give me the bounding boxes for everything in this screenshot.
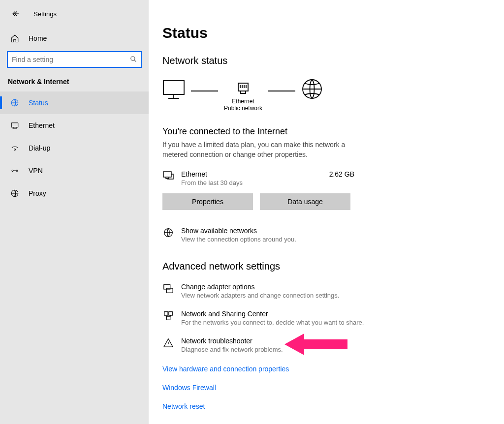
adv-item-sub: For the networks you connect to, decide … xyxy=(181,319,364,326)
svg-rect-14 xyxy=(164,312,168,315)
show-networks-title: Show available networks xyxy=(181,227,296,235)
search-input[interactable] xyxy=(7,51,142,68)
titlebar: Settings xyxy=(0,8,149,29)
svg-rect-16 xyxy=(166,316,170,320)
nav-home-label: Home xyxy=(29,34,47,42)
svg-point-0 xyxy=(131,56,135,60)
globe-icon xyxy=(162,227,174,239)
show-networks-row[interactable]: Show available networks View the connect… xyxy=(162,227,488,243)
advanced-heading: Advanced network settings xyxy=(162,261,488,272)
data-usage-button[interactable]: Data usage xyxy=(260,193,350,210)
nav-home[interactable]: Home xyxy=(0,29,149,48)
sidebar-item-ethernet[interactable]: Ethernet xyxy=(0,114,149,137)
adapter-icon xyxy=(162,170,174,182)
adapter-row: Ethernet From the last 30 days 2.62 GB xyxy=(162,170,354,186)
connected-heading: You're connected to the Internet xyxy=(162,126,488,137)
adapter-usage: 2.62 GB xyxy=(329,170,354,186)
globe-icon xyxy=(301,78,323,100)
show-networks-sub: View the connection options around you. xyxy=(181,236,296,243)
adapter-options-icon xyxy=(162,283,174,295)
back-button[interactable] xyxy=(10,8,22,20)
sidebar-item-label: VPN xyxy=(29,167,43,175)
svg-rect-8 xyxy=(238,83,248,91)
svg-rect-10 xyxy=(163,172,171,177)
arrow-left-icon xyxy=(11,9,20,18)
diagram-line xyxy=(191,91,218,91)
svg-rect-7 xyxy=(163,81,184,94)
search-field[interactable] xyxy=(12,56,127,63)
home-icon xyxy=(10,33,20,43)
warning-triangle-icon xyxy=(162,337,174,349)
link-network-reset[interactable]: Network reset xyxy=(162,402,488,410)
svg-rect-15 xyxy=(169,312,172,315)
adapter-name: Ethernet xyxy=(181,170,243,178)
category-title: Network & Internet xyxy=(0,78,149,91)
nic-icon xyxy=(236,81,251,96)
adv-item-sub: Diagnose and fix network problems. xyxy=(181,346,283,353)
diagram-globe xyxy=(301,78,323,115)
connected-sub: If you have a limited data plan, you can… xyxy=(162,140,369,159)
adv-change-adapter[interactable]: Change adapter options View network adap… xyxy=(162,283,488,299)
sidebar-item-dialup[interactable]: Dial-up xyxy=(0,137,149,159)
main-content: Status Network status Ethernet Public ne… xyxy=(149,0,504,424)
vpn-icon xyxy=(10,166,20,176)
sidebar-item-vpn[interactable]: VPN xyxy=(0,159,149,182)
globe-icon xyxy=(10,98,20,108)
sidebar-item-status[interactable]: Status xyxy=(0,91,149,114)
search-icon xyxy=(130,56,137,64)
svg-point-3 xyxy=(14,149,16,151)
adv-sharing-center[interactable]: Network and Sharing Center For the netwo… xyxy=(162,310,488,326)
sharing-center-icon xyxy=(162,310,174,322)
pc-icon xyxy=(162,79,185,99)
sidebar: Settings Home Network & Internet Status … xyxy=(0,0,149,424)
app-title: Settings xyxy=(33,10,57,18)
nav-list: Status Ethernet Dial-up VPN Proxy xyxy=(0,91,149,205)
sidebar-item-label: Status xyxy=(29,99,48,107)
diagram-nic-label: Ethernet xyxy=(232,98,254,105)
adv-item-title: Change adapter options xyxy=(181,283,339,291)
link-windows-firewall[interactable]: Windows Firewall xyxy=(162,384,488,392)
adapter-sub: From the last 30 days xyxy=(181,179,243,186)
proxy-icon xyxy=(10,188,20,198)
sidebar-item-label: Proxy xyxy=(29,189,46,197)
adv-troubleshooter[interactable]: Network troubleshooter Diagnose and fix … xyxy=(162,337,488,353)
adv-item-title: Network troubleshooter xyxy=(181,337,283,345)
network-status-heading: Network status xyxy=(162,55,488,66)
diagram-nic-sub: Public network xyxy=(224,105,262,112)
page-title: Status xyxy=(162,25,488,41)
adv-item-sub: View network adapters and change connect… xyxy=(181,292,339,299)
sidebar-item-label: Ethernet xyxy=(29,121,55,129)
sidebar-item-label: Dial-up xyxy=(29,144,50,152)
properties-button[interactable]: Properties xyxy=(162,193,253,210)
diagram-nic: Ethernet Public network xyxy=(224,81,262,112)
diagram-line xyxy=(268,91,295,91)
link-hardware-properties[interactable]: View hardware and connection properties xyxy=(162,365,488,373)
adv-item-title: Network and Sharing Center xyxy=(181,310,364,318)
svg-point-5 xyxy=(16,170,18,172)
svg-rect-2 xyxy=(11,123,18,127)
dialup-icon xyxy=(10,143,20,153)
network-diagram: Ethernet Public network xyxy=(162,78,488,115)
ethernet-icon xyxy=(10,121,20,130)
sidebar-item-proxy[interactable]: Proxy xyxy=(0,182,149,205)
svg-point-4 xyxy=(12,170,13,172)
diagram-pc xyxy=(162,79,185,114)
